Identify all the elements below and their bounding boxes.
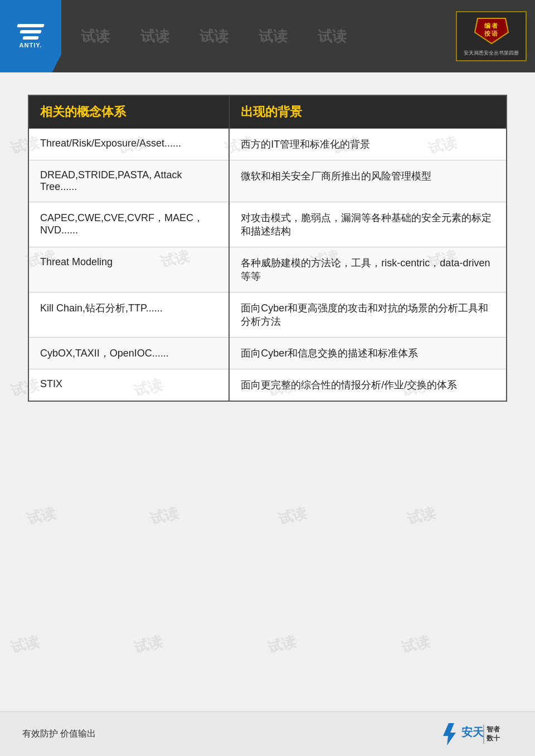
logo-line-2 — [20, 30, 42, 33]
svg-text:智者: 智者 — [486, 725, 500, 733]
header-watermark-area: 试读 试读 试读 试读 试读 — [61, 0, 456, 72]
wm-17: 试读 — [405, 503, 437, 529]
wm-20: 试读 — [265, 632, 298, 658]
main-content: 相关的概念体系 出现的背景 Threat/Risk/Exposure/Asset… — [0, 72, 535, 418]
svg-text:安天: 安天 — [461, 726, 484, 738]
wm-18: 试读 — [9, 632, 42, 658]
logo-text: ANTIY. — [20, 42, 42, 48]
svg-text:数十: 数十 — [486, 734, 500, 742]
table-cell-right-3: 各种威胁建模的方法论，工具，risk-centric，data-driven等等 — [229, 247, 507, 292]
footer-brand: 安天 智者 数十 — [440, 720, 513, 748]
badge-subtitle: 安天洞悉安全丛书第四册 — [464, 50, 519, 57]
table-row: CybOX,TAXII，OpenIOC......面向Cyber和信息交换的描述… — [28, 338, 507, 369]
table-cell-right-5: 面向Cyber和信息交换的描述和标准体系 — [229, 338, 507, 369]
logo-line-1 — [17, 24, 45, 27]
table-cell-right-2: 对攻击模式，脆弱点，漏洞等各种基础的安全元素的标定和描述结构 — [229, 202, 507, 247]
table-row: Threat/Risk/Exposure/Asset......西方的IT管理和… — [28, 129, 507, 160]
table-row: CAPEC,CWE,CVE,CVRF，MAEC，NVD......对攻击模式，脆… — [28, 202, 507, 247]
header: ANTIY. 试读 试读 试读 试读 试读 编者 按语 安天洞悉安全丛书第四册 — [0, 0, 535, 72]
table-cell-left-3: Threat Modeling — [28, 247, 229, 292]
svg-text:编者: 编者 — [484, 22, 499, 29]
table-cell-left-0: Threat/Risk/Exposure/Asset...... — [28, 129, 229, 160]
table-row: STIX面向更完整的综合性的情报分析/作业/交换的体系 — [28, 369, 507, 402]
table-cell-right-1: 微软和相关安全厂商所推出的风险管理模型 — [229, 160, 507, 202]
wm-14: 试读 — [25, 503, 57, 529]
table-cell-left-4: Kill Chain,钻石分析,TTP...... — [28, 292, 229, 338]
wm-19: 试读 — [132, 632, 164, 658]
table-row: DREAD,STRIDE,PASTA, Attack Tree......微软和… — [28, 160, 507, 202]
header-wm-5: 试读 — [318, 27, 347, 46]
antiy-brand-logo: 安天 智者 数十 — [440, 720, 513, 748]
table-cell-left-2: CAPEC,CWE,CVE,CVRF，MAEC，NVD...... — [28, 202, 229, 247]
concepts-table: 相关的概念体系 出现的背景 Threat/Risk/Exposure/Asset… — [28, 95, 507, 402]
table-cell-right-4: 面向Cyber和更高强度的攻击和对抗的场景的分析工具和分析方法 — [229, 292, 507, 338]
logo-line-3 — [22, 36, 39, 40]
svg-text:按语: 按语 — [484, 30, 499, 37]
header-wm-4: 试读 — [259, 27, 288, 46]
header-right-badge: 编者 按语 安天洞悉安全丛书第四册 — [456, 11, 527, 61]
header-wm-3: 试读 — [200, 27, 228, 46]
svg-marker-3 — [443, 723, 456, 745]
header-wm-1: 试读 — [81, 27, 110, 46]
brand-svg: 安天 智者 数十 — [440, 720, 513, 748]
wm-16: 试读 — [276, 503, 309, 529]
table-row: Kill Chain,钻石分析,TTP......面向Cyber和更高强度的攻击… — [28, 292, 507, 338]
col1-header: 相关的概念体系 — [28, 95, 229, 129]
badge-title-cn: 编者 按语 — [472, 16, 511, 48]
header-wm-2: 试读 — [140, 27, 169, 46]
table-cell-left-6: STIX — [28, 369, 229, 402]
table-cell-right-0: 西方的IT管理和标准化的背景 — [229, 129, 507, 160]
table-row: Threat Modeling各种威胁建模的方法论，工具，risk-centri… — [28, 247, 507, 292]
col2-header: 出现的背景 — [229, 95, 507, 129]
table-cell-left-1: DREAD,STRIDE,PASTA, Attack Tree...... — [28, 160, 229, 202]
table-cell-left-5: CybOX,TAXII，OpenIOC...... — [28, 338, 229, 369]
footer-tagline: 有效防护 价值输出 — [22, 728, 96, 740]
company-logo: ANTIY. — [0, 0, 61, 72]
footer: 有效防护 价值输出 安天 智者 数十 — [0, 711, 535, 756]
table-cell-right-6: 面向更完整的综合性的情报分析/作业/交换的体系 — [229, 369, 507, 402]
wm-15: 试读 — [148, 503, 181, 529]
logo-emblem — [17, 24, 44, 40]
wm-21: 试读 — [399, 632, 432, 658]
